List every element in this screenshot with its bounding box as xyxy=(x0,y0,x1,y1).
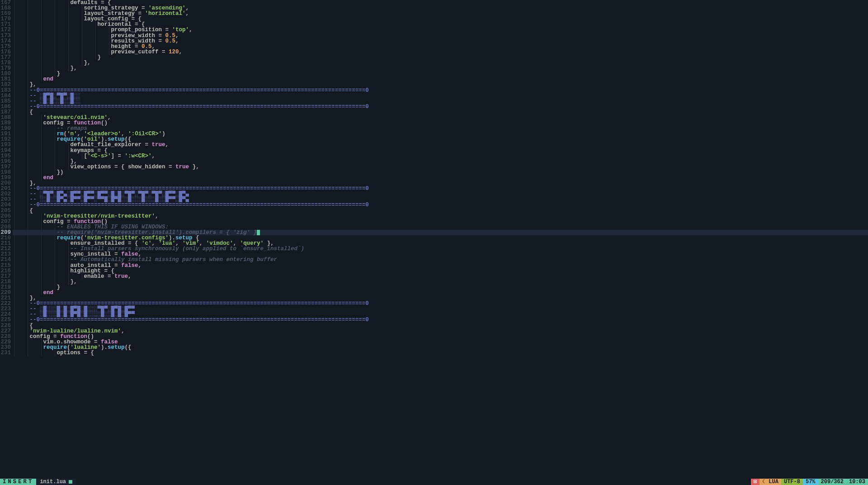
code-line[interactable]: │ │ │ │} xyxy=(13,71,868,76)
code-line[interactable]: │ │config = function() xyxy=(13,334,868,339)
code-line[interactable]: │ │ │ │ │ │enable = true, xyxy=(13,274,868,279)
mode-indicator: INSERT xyxy=(0,479,36,485)
code-line[interactable]: │ │{ xyxy=(13,323,868,328)
code-line[interactable]: │ │ │ │ │keymaps = { xyxy=(13,148,868,153)
text-cursor xyxy=(257,230,260,235)
code-line[interactable]: │ │ │ │ │ │ │ │prompt_position = 'top', xyxy=(13,27,868,33)
code-line[interactable]: │ │'nvim-lualine/lualine.nvim', xyxy=(13,328,868,334)
code-line[interactable]: │ │}, xyxy=(13,82,868,87)
code-line[interactable]: │ │-- ░█░█░░█░░█░░ xyxy=(13,99,868,104)
statusline-spacer xyxy=(76,479,751,485)
code-line[interactable]: │ │ │'nvim-treesitter/nvim-treesitter', xyxy=(13,214,868,219)
code-line[interactable]: │ │--0==================================… xyxy=(13,317,868,323)
code-line[interactable]: │ │ │ │ │}, xyxy=(13,279,868,285)
code-line[interactable]: │ │ │'stevearc/oil.nvim', xyxy=(13,115,868,120)
code-line[interactable]: │ │ │ │ │ │ │ │preview_width = 0.5, xyxy=(13,33,868,38)
code-line[interactable]: │ │ │ │ │ │ │ │results_width = 0.5, xyxy=(13,38,868,44)
code-line[interactable]: │ │ │ │rm('n', '<leader>o', ':Oil<CR>') xyxy=(13,131,868,137)
filename-segment: init.lua xyxy=(36,479,76,485)
code-line[interactable]: │ │ │ │ │view_options = { show_hidden = … xyxy=(13,164,868,170)
windows-icon: ⊞ xyxy=(754,479,757,485)
code-line[interactable]: │ │-- ░█░░░█░█░█▀█░█░░░▀█▀░█▀█░█▀▀ xyxy=(13,306,868,312)
filename-text: init.lua xyxy=(40,479,66,485)
code-line[interactable]: │ │ │ │ │default_file_explorer = true, xyxy=(13,142,868,147)
code-line[interactable]: │ │ │end xyxy=(13,175,868,181)
code-line[interactable]: │ │ │ │ │}, xyxy=(13,66,868,71)
code-line[interactable]: │ │ │ │options = { xyxy=(13,350,868,356)
encoding-segment: UTF-8 xyxy=(781,479,803,485)
code-line[interactable]: │ │ │ │}) xyxy=(13,170,868,175)
code-line[interactable]: │ │ │ │ │ │['<C-s>'] = ':w<CR>', xyxy=(13,153,868,159)
code-line[interactable]: │ │ │ │ │}, xyxy=(13,159,868,164)
code-line[interactable]: │ │--0==================================… xyxy=(13,88,868,93)
position-segment: 209/362 xyxy=(818,479,846,485)
code-area[interactable]: │ │ │ │ │defaults = {│ │ │ │ │ │sorting_… xyxy=(13,0,868,479)
code-line[interactable]: │ │ │end xyxy=(13,290,868,295)
code-line[interactable]: │ │ │ │} xyxy=(13,285,868,290)
code-line[interactable]: │ │ │ │ │auto_install = false, xyxy=(13,263,868,268)
percent-segment: 57% xyxy=(803,479,818,485)
code-line[interactable]: │ │{ xyxy=(13,109,868,115)
statusline: INSERT init.lua ⊞ ☾ LUA UTF-8 57% 209/36… xyxy=(0,479,868,485)
code-line[interactable]: │ │ │require('lualine').setup({ xyxy=(13,345,868,350)
code-line[interactable]: │ │--0==================================… xyxy=(13,104,868,109)
code-line[interactable]: │ │--0==================================… xyxy=(13,301,868,306)
code-line[interactable]: │ │--0==================================… xyxy=(13,202,868,208)
code-line[interactable]: │ │-- ░█▀█░▀█▀░█░░ xyxy=(13,93,868,99)
code-line[interactable]: │ │ │end xyxy=(13,76,868,82)
time-segment: 10:03 xyxy=(846,479,868,485)
code-line[interactable]: │ │ │vim.o.showmode = false xyxy=(13,339,868,345)
lua-icon: ☾ xyxy=(762,479,765,485)
os-segment: ⊞ xyxy=(751,479,760,485)
code-line[interactable]: │ │{ xyxy=(13,208,868,214)
code-line[interactable]: │ │ │ │ │-- Automatically install missin… xyxy=(13,257,868,262)
code-line[interactable]: │ │ │ │ │ │}, xyxy=(13,60,868,66)
modified-icon xyxy=(69,480,72,484)
filetype-segment: ☾ LUA xyxy=(760,479,781,485)
code-line[interactable]: │ │ │ │ │ │ │} xyxy=(13,55,868,60)
code-line[interactable]: │ │ │config = function() xyxy=(13,120,868,126)
code-line[interactable]: │ │ │ │ │highlight = { xyxy=(13,268,868,274)
code-line[interactable]: │ │ │ │ │ │ │ │preview_cutoff = 120, xyxy=(13,49,868,55)
editor-area[interactable]: 1671681691701711721731741751761771781791… xyxy=(0,0,868,479)
line-number-gutter: 1671681691701711721731741751761771781791… xyxy=(0,0,13,479)
